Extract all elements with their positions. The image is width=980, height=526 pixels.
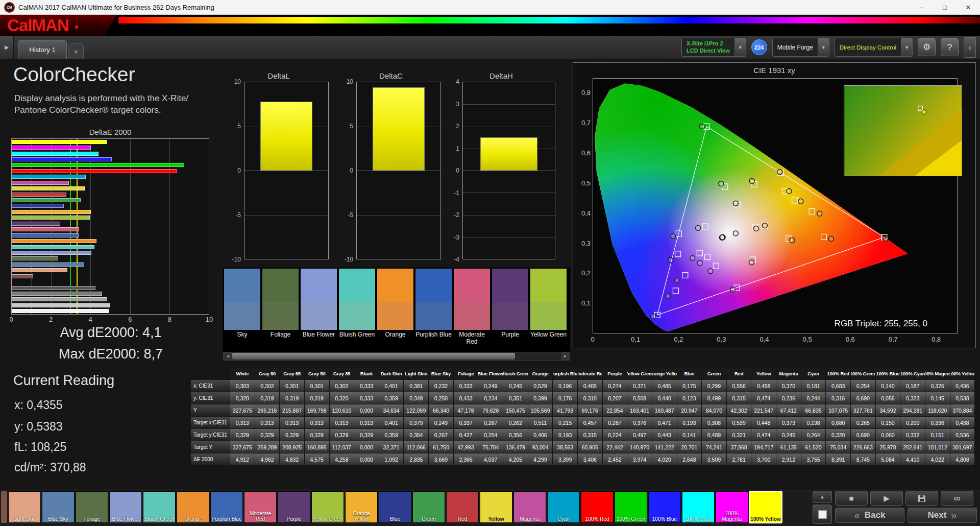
table-cell: 2,365 [454, 453, 478, 465]
app-icon: CM [4, 2, 15, 13]
patch-swatch[interactable]: Blue Flower [301, 269, 337, 349]
table-cell: 0,232 [429, 380, 453, 392]
scrollbar-track[interactable] [232, 352, 561, 360]
scroll-left-button[interactable]: ◄ [224, 352, 232, 360]
save-icon [918, 494, 926, 503]
table-cell: 0,427 [454, 429, 478, 441]
close-button[interactable]: ✕ [957, 0, 980, 14]
maximize-button[interactable]: □ [933, 0, 957, 14]
play-button[interactable]: ▶ [870, 491, 903, 506]
current-reading-x: x: 0,4355 [14, 398, 63, 412]
rainbow-strip [118, 17, 980, 23]
axis-tick-label: 0 [591, 336, 594, 343]
minimize-button[interactable]: – [910, 0, 933, 14]
table-cell: 0,193 [677, 417, 702, 428]
patch-button[interactable]: Moderate Red [244, 491, 277, 523]
table-cell: 0,000 [354, 441, 379, 453]
patch-swatch[interactable]: Purple [492, 269, 528, 349]
table-cell: 0,371 [627, 380, 652, 392]
patch-button[interactable]: 100% Green [615, 491, 647, 523]
table-cell: 327,675 [230, 441, 255, 453]
patch-swatch[interactable]: Yellow Green [530, 269, 567, 349]
patch-button[interactable]: Blue [379, 491, 411, 523]
scroll-right-button[interactable]: ► [561, 352, 570, 360]
axis-tick-label: 0,4 [576, 209, 591, 217]
patch-swatch[interactable]: Purplish Blue [415, 269, 452, 349]
nav-expand-button[interactable]: ▶ [0, 36, 14, 59]
chevrons-left-icon: « [854, 510, 860, 521]
table-cell: 3,669 [429, 453, 453, 465]
settings-button[interactable]: ⚙ [918, 38, 936, 56]
target-color [492, 302, 528, 330]
save-button[interactable] [905, 491, 938, 506]
table-header-cell: 100% Cyan [900, 368, 925, 379]
patch-swatch[interactable]: Sky [224, 269, 260, 349]
patch-button[interactable]: Purple [278, 491, 310, 523]
table-cell: 0,193 [553, 429, 577, 441]
stop-button[interactable]: ■ [835, 491, 868, 506]
measured-marker [650, 314, 655, 319]
patch-button[interactable]: Blue Flower [109, 491, 142, 523]
patch-button[interactable]: Orange [177, 491, 209, 523]
pattern-window-button[interactable] [813, 505, 832, 524]
patch-swatch[interactable]: Foliage [262, 269, 299, 349]
axis-tick-label: 0,3 [717, 336, 726, 343]
patch-button[interactable]: Blue Sky [42, 491, 75, 523]
patch-button[interactable]: Green [412, 491, 445, 523]
axis-tick-label: 10 [341, 78, 353, 85]
table-cell: 0,401 [379, 417, 404, 428]
chevrons-right-icon: » [951, 510, 957, 521]
stop-icon: ■ [849, 494, 853, 503]
patch-label: Bluish Green [339, 330, 375, 349]
table-cell: 4,575 [305, 453, 329, 465]
table-cell: 0,471 [652, 417, 677, 428]
panel-collapse-button[interactable]: ‹ [964, 37, 976, 58]
patch-button[interactable]: 100% Cyan [682, 491, 715, 523]
table-cell: 0,313 [354, 417, 379, 428]
patch-button[interactable]: Yellow [480, 491, 512, 523]
delta-e-bar [12, 262, 84, 267]
measured-marker [720, 235, 725, 240]
patch-button[interactable]: Magenta [513, 491, 546, 523]
patch-swatch[interactable]: Moderate Red [454, 269, 490, 349]
patch-button[interactable]: 100% Magenta [716, 491, 748, 523]
measured-marker [699, 124, 704, 129]
display-control-dropdown[interactable]: Direct Display Control ▾ [835, 38, 913, 57]
source-name: Mobile Forge [777, 44, 813, 51]
target-color [377, 302, 413, 330]
measured-marker [668, 257, 673, 262]
table-cell: 0,196 [553, 380, 577, 392]
patch-button[interactable]: Light Skin [8, 491, 41, 523]
continuous-measure-button[interactable]: ∞ [941, 491, 973, 506]
table-header-cell: Moderate Red [578, 368, 602, 379]
next-button[interactable]: Next » [908, 508, 977, 523]
patch-button[interactable]: Purplish Blue [210, 491, 243, 523]
axis-tick-label: 2 [49, 316, 53, 323]
table-cell: 0,315 [578, 429, 602, 441]
patch-button[interactable]: 100% Blue [648, 491, 681, 523]
patch-button[interactable]: Cyan [547, 491, 580, 523]
patch-button[interactable]: Orange Yellow [345, 491, 378, 523]
meter-dropdown[interactable]: X-Rite i1Pro 2 LCD Direct View ▾ [681, 38, 746, 57]
patch-button[interactable]: Foliage [76, 491, 108, 523]
help-button[interactable]: ? [941, 38, 959, 56]
patch-button[interactable]: Bluish Green [143, 491, 176, 523]
add-tab-button[interactable]: + [68, 43, 84, 59]
calman-logo-menu[interactable]: CalMAN ▼ [0, 15, 116, 36]
tab-history-1[interactable]: History 1 [18, 40, 67, 59]
back-label: Back [865, 510, 886, 520]
source-dropdown[interactable]: Mobile Forge ▾ [772, 38, 829, 57]
patch-button[interactable]: 100% Red [581, 491, 614, 523]
patch-button[interactable]: Red [446, 491, 479, 523]
patch-swatch[interactable]: Bluish Green [339, 269, 375, 349]
scrollbar-thumb[interactable] [232, 353, 515, 360]
patch-button[interactable]: Yellow Green [311, 491, 344, 523]
patch-button[interactable]: 100% Yellow [749, 491, 782, 523]
back-button[interactable]: « Back [835, 508, 904, 523]
measured-marker [883, 236, 888, 241]
pattern-up-button[interactable]: ▲ [813, 491, 832, 503]
table-cell: 0,497 [627, 429, 652, 441]
axis-tick-label: 0 [9, 316, 13, 323]
strip-scrollbar[interactable]: ◄ ► [223, 352, 570, 361]
patch-swatch[interactable]: Orange [377, 269, 413, 349]
